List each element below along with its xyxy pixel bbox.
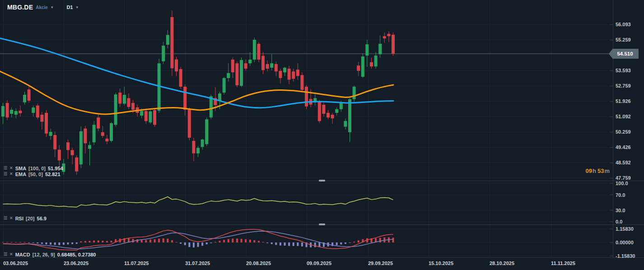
date-label: 31.07.2025: [185, 261, 210, 266]
candle-down: [327, 113, 330, 117]
macd-bar-negative: [67, 242, 69, 244]
candle-up: [227, 73, 230, 78]
macd-bar-positive: [93, 241, 95, 242]
candle-down: [40, 115, 43, 122]
price-tick-label: 48.592: [616, 160, 631, 165]
symbol-title[interactable]: MBG.DE: [7, 4, 33, 11]
candle-down: [292, 71, 295, 79]
candle-down: [97, 117, 100, 128]
candle-down: [288, 69, 291, 79]
macd-bar-negative: [297, 242, 299, 246]
rsi-line: [3, 197, 393, 207]
candle-up: [10, 110, 13, 114]
price-tick-label: 50.259: [616, 129, 631, 135]
candle-up: [79, 131, 83, 164]
candle-down: [392, 35, 395, 54]
candle-down: [357, 65, 360, 71]
candle-down: [296, 70, 299, 76]
rsi-tick-label: 100.0: [616, 181, 628, 186]
candle-down: [105, 139, 108, 141]
macd-bar-negative: [201, 242, 203, 246]
macd-bar-positive: [106, 241, 108, 242]
candle-down: [231, 60, 234, 72]
candle-down: [71, 150, 74, 155]
timeframe-select[interactable]: D1: [66, 5, 73, 10]
candle-down: [36, 106, 39, 118]
indicator-value: 52.821: [45, 172, 61, 177]
candle-up: [365, 44, 369, 56]
macd-tick-label: 0.00000: [616, 240, 634, 245]
candle-down: [192, 141, 195, 154]
macd-bar-positive: [89, 241, 91, 242]
indicator-remove-icon[interactable]: ✕: [9, 252, 13, 256]
macd-bar-positive: [149, 240, 151, 242]
candlestick-chart[interactable]: 56.09355.25953.59352.75951.92651.09250.2…: [0, 0, 644, 270]
macd-bar-positive: [15, 242, 17, 242]
macd-bar-positive: [11, 242, 13, 242]
candle-down: [66, 142, 70, 150]
candle-down: [300, 75, 303, 90]
macd-bar-negative: [197, 242, 199, 247]
macd-bar-positive: [219, 241, 221, 242]
candle-down: [261, 56, 265, 70]
indicator-remove-icon[interactable]: ✕: [9, 216, 13, 220]
macd-tick-label: -1.15830: [616, 253, 635, 259]
macd-bar-negative: [288, 242, 290, 246]
rsi-tick-label: 30.0: [616, 208, 625, 213]
indicator-name: EMA: [15, 172, 26, 177]
macd-tick-label: 1.15830: [616, 226, 634, 232]
candle-down: [101, 132, 104, 136]
candle-down: [279, 71, 282, 78]
indicator-row-ema: ☰ ✕ EMA [50, 0] 52.821: [4, 171, 61, 177]
indicator-params: [50, 0]: [28, 172, 43, 177]
date-label: 09.09.2025: [307, 261, 331, 266]
macd-bar-negative: [206, 242, 208, 244]
candle-down: [370, 62, 373, 66]
chevron-down-icon[interactable]: ▾: [76, 5, 78, 9]
price-tick-label: 53.593: [616, 68, 631, 73]
macd-bar-positive: [176, 242, 177, 242]
macd-bar-negative: [28, 242, 30, 243]
indicator-remove-icon[interactable]: ✕: [9, 166, 13, 170]
countdown-minutes-unit: m: [604, 168, 611, 174]
indicator-settings-icon[interactable]: ☰: [4, 216, 7, 220]
panel-resize-handle[interactable]: [319, 180, 325, 182]
candle-up: [23, 95, 26, 102]
macd-bar-negative: [188, 242, 190, 247]
indicator-settings-icon[interactable]: ☰: [4, 172, 7, 176]
candle-up: [374, 56, 378, 66]
indicator-row-rsi: ☰ ✕ RSI [20] 56.9: [4, 215, 47, 221]
candle-down: [58, 150, 61, 161]
macd-bar-negative: [280, 242, 281, 246]
candle-up: [210, 96, 213, 117]
indicator-settings-icon[interactable]: ☰: [4, 252, 7, 256]
macd-bar-positive: [358, 240, 359, 242]
chevron-down-icon[interactable]: ▾: [51, 5, 53, 9]
candle-down: [387, 34, 390, 36]
macd-bar-positive: [392, 237, 394, 242]
macd-bar-negative: [58, 242, 60, 245]
macd-bar-positive: [84, 241, 86, 242]
price-tick-label: 47.759: [616, 175, 631, 181]
candle-up: [162, 46, 165, 61]
candle-up: [140, 111, 143, 116]
macd-bar-positive: [223, 240, 225, 242]
indicator-name: MACD: [15, 252, 30, 257]
macd-bar-positive: [19, 242, 21, 242]
trading-chart-window: 56.09355.25953.59352.75951.92651.09250.2…: [0, 0, 644, 270]
macd-bar-negative: [54, 242, 56, 245]
date-label: 28.10.2025: [490, 261, 514, 266]
macd-bar-negative: [50, 242, 51, 245]
indicator-remove-icon[interactable]: ✕: [9, 172, 13, 176]
macd-bar-positive: [136, 239, 138, 242]
macd-bar-positive: [145, 240, 147, 242]
candle-down: [28, 89, 31, 101]
candle-up: [32, 107, 35, 113]
candle-down: [84, 129, 87, 144]
macd-bar-negative: [284, 242, 286, 246]
candle-up: [49, 132, 52, 136]
macd-bar-negative: [71, 242, 73, 244]
indicator-row-sma: ☰ ✕ SMA [100, 0] 51.954: [4, 165, 63, 171]
panel-resize-handle[interactable]: [319, 223, 325, 225]
indicator-settings-icon[interactable]: ☰: [4, 166, 7, 170]
